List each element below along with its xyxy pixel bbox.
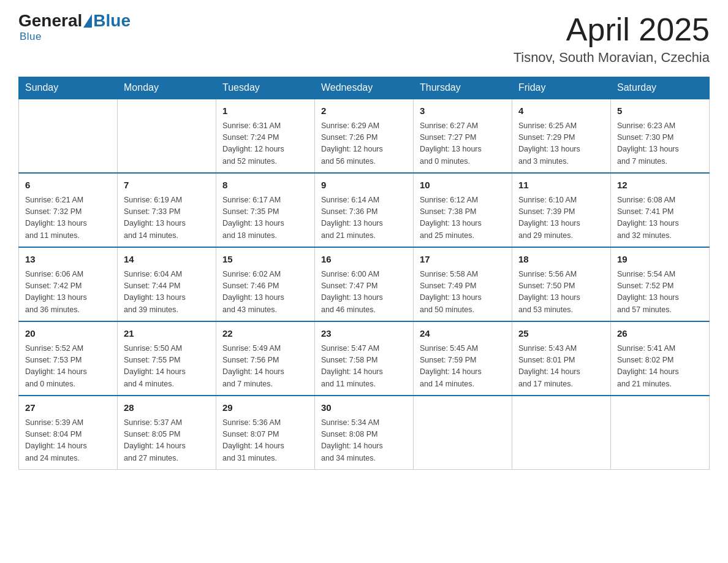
calendar-cell: 8Sunrise: 6:17 AMSunset: 7:35 PMDaylight… (216, 173, 315, 247)
day-info: Sunrise: 5:58 AMSunset: 7:49 PMDaylight:… (420, 269, 506, 316)
day-number: 4 (518, 104, 604, 118)
day-number: 10 (420, 178, 506, 193)
calendar-cell: 5Sunrise: 6:23 AMSunset: 7:30 PMDaylight… (611, 99, 710, 173)
day-number: 13 (25, 253, 111, 267)
day-info: Sunrise: 6:02 AMSunset: 7:46 PMDaylight:… (222, 269, 308, 316)
day-info: Sunrise: 5:47 AMSunset: 7:58 PMDaylight:… (321, 343, 407, 391)
day-number: 1 (222, 104, 308, 118)
day-number: 30 (321, 401, 407, 415)
calendar-cell: 20Sunrise: 5:52 AMSunset: 7:53 PMDayligh… (19, 321, 118, 396)
day-number: 17 (420, 253, 506, 267)
location-title: Tisnov, South Moravian, Czechia (514, 50, 710, 66)
logo-general-text: General (18, 12, 82, 29)
day-number: 19 (617, 253, 703, 267)
day-number: 24 (420, 327, 506, 341)
calendar-table: SundayMondayTuesdayWednesdayThursdayFrid… (18, 77, 710, 470)
calendar-cell: 30Sunrise: 5:34 AMSunset: 8:08 PMDayligh… (315, 396, 414, 470)
day-number: 20 (25, 327, 111, 341)
calendar-cell: 26Sunrise: 5:41 AMSunset: 8:02 PMDayligh… (611, 321, 710, 396)
week-row-1: 1Sunrise: 6:31 AMSunset: 7:24 PMDaylight… (19, 99, 710, 173)
weekday-header-wednesday: Wednesday (315, 77, 414, 99)
day-info: Sunrise: 6:23 AMSunset: 7:30 PMDaylight:… (617, 120, 703, 168)
calendar-cell: 14Sunrise: 6:04 AMSunset: 7:44 PMDayligh… (118, 247, 216, 321)
calendar-cell: 17Sunrise: 5:58 AMSunset: 7:49 PMDayligh… (414, 247, 512, 321)
calendar-cell: 7Sunrise: 6:19 AMSunset: 7:33 PMDaylight… (118, 173, 216, 247)
calendar-cell: 18Sunrise: 5:56 AMSunset: 7:50 PMDayligh… (512, 247, 611, 321)
day-info: Sunrise: 5:54 AMSunset: 7:52 PMDaylight:… (617, 269, 703, 316)
day-info: Sunrise: 6:04 AMSunset: 7:44 PMDaylight:… (124, 269, 210, 316)
weekday-header-monday: Monday (118, 77, 216, 99)
weekday-header-tuesday: Tuesday (216, 77, 315, 99)
day-number: 16 (321, 253, 407, 267)
calendar-cell (118, 99, 216, 173)
day-info: Sunrise: 5:37 AMSunset: 8:05 PMDaylight:… (124, 417, 210, 465)
week-row-2: 6Sunrise: 6:21 AMSunset: 7:32 PMDaylight… (19, 173, 710, 247)
day-info: Sunrise: 6:00 AMSunset: 7:47 PMDaylight:… (321, 269, 407, 316)
month-title: April 2025 (514, 12, 710, 47)
day-number: 23 (321, 327, 407, 341)
calendar-cell: 27Sunrise: 5:39 AMSunset: 8:04 PMDayligh… (19, 396, 118, 470)
day-number: 9 (321, 178, 407, 193)
calendar-cell: 4Sunrise: 6:25 AMSunset: 7:29 PMDaylight… (512, 99, 611, 173)
day-number: 3 (420, 104, 506, 118)
calendar-cell: 6Sunrise: 6:21 AMSunset: 7:32 PMDaylight… (19, 173, 118, 247)
title-area: April 2025 Tisnov, South Moravian, Czech… (514, 12, 710, 66)
weekday-header-friday: Friday (512, 77, 611, 99)
logo: General Blue Blue (18, 12, 131, 43)
day-info: Sunrise: 6:27 AMSunset: 7:27 PMDaylight:… (420, 120, 506, 168)
calendar-cell: 11Sunrise: 6:10 AMSunset: 7:39 PMDayligh… (512, 173, 611, 247)
day-info: Sunrise: 5:43 AMSunset: 8:01 PMDaylight:… (518, 343, 604, 391)
calendar-cell: 22Sunrise: 5:49 AMSunset: 7:56 PMDayligh… (216, 321, 315, 396)
calendar-cell: 10Sunrise: 6:12 AMSunset: 7:38 PMDayligh… (414, 173, 512, 247)
day-info: Sunrise: 5:50 AMSunset: 7:55 PMDaylight:… (124, 343, 210, 391)
day-number: 7 (124, 178, 210, 193)
day-info: Sunrise: 5:36 AMSunset: 8:07 PMDaylight:… (222, 417, 308, 465)
calendar-cell (414, 396, 512, 470)
day-number: 29 (222, 401, 308, 415)
calendar-cell: 9Sunrise: 6:14 AMSunset: 7:36 PMDaylight… (315, 173, 414, 247)
day-number: 14 (124, 253, 210, 267)
day-number: 15 (222, 253, 308, 267)
calendar-cell: 28Sunrise: 5:37 AMSunset: 8:05 PMDayligh… (118, 396, 216, 470)
weekday-header-thursday: Thursday (414, 77, 512, 99)
day-info: Sunrise: 6:12 AMSunset: 7:38 PMDaylight:… (420, 194, 506, 242)
logo-triangle-icon (83, 14, 92, 28)
day-info: Sunrise: 5:34 AMSunset: 8:08 PMDaylight:… (321, 417, 407, 465)
day-number: 5 (617, 104, 703, 118)
day-number: 27 (25, 401, 111, 415)
day-info: Sunrise: 5:49 AMSunset: 7:56 PMDaylight:… (222, 343, 308, 391)
weekday-header-sunday: Sunday (19, 77, 118, 99)
day-number: 8 (222, 178, 308, 193)
calendar-cell: 15Sunrise: 6:02 AMSunset: 7:46 PMDayligh… (216, 247, 315, 321)
day-number: 6 (25, 178, 111, 193)
calendar-cell (19, 99, 118, 173)
day-info: Sunrise: 6:17 AMSunset: 7:35 PMDaylight:… (222, 194, 308, 242)
day-number: 22 (222, 327, 308, 341)
day-info: Sunrise: 5:45 AMSunset: 7:59 PMDaylight:… (420, 343, 506, 391)
calendar-cell (512, 396, 611, 470)
day-info: Sunrise: 6:19 AMSunset: 7:33 PMDaylight:… (124, 194, 210, 242)
day-number: 26 (617, 327, 703, 341)
calendar-cell: 12Sunrise: 6:08 AMSunset: 7:41 PMDayligh… (611, 173, 710, 247)
calendar-cell: 13Sunrise: 6:06 AMSunset: 7:42 PMDayligh… (19, 247, 118, 321)
logo-blue-text: Blue (93, 12, 131, 29)
calendar-cell: 3Sunrise: 6:27 AMSunset: 7:27 PMDaylight… (414, 99, 512, 173)
day-info: Sunrise: 6:10 AMSunset: 7:39 PMDaylight:… (518, 194, 604, 242)
calendar-cell: 19Sunrise: 5:54 AMSunset: 7:52 PMDayligh… (611, 247, 710, 321)
day-number: 21 (124, 327, 210, 341)
day-info: Sunrise: 5:41 AMSunset: 8:02 PMDaylight:… (617, 343, 703, 391)
weekday-header-row: SundayMondayTuesdayWednesdayThursdayFrid… (19, 77, 710, 99)
day-number: 28 (124, 401, 210, 415)
calendar-cell: 29Sunrise: 5:36 AMSunset: 8:07 PMDayligh… (216, 396, 315, 470)
day-info: Sunrise: 6:31 AMSunset: 7:24 PMDaylight:… (222, 120, 308, 168)
header: General Blue Blue April 2025 Tisnov, Sou… (18, 12, 710, 66)
week-row-3: 13Sunrise: 6:06 AMSunset: 7:42 PMDayligh… (19, 247, 710, 321)
day-info: Sunrise: 5:39 AMSunset: 8:04 PMDaylight:… (25, 417, 111, 465)
calendar-cell: 23Sunrise: 5:47 AMSunset: 7:58 PMDayligh… (315, 321, 414, 396)
day-number: 12 (617, 178, 703, 193)
calendar-cell: 24Sunrise: 5:45 AMSunset: 7:59 PMDayligh… (414, 321, 512, 396)
day-info: Sunrise: 6:14 AMSunset: 7:36 PMDaylight:… (321, 194, 407, 242)
week-row-4: 20Sunrise: 5:52 AMSunset: 7:53 PMDayligh… (19, 321, 710, 396)
day-info: Sunrise: 5:56 AMSunset: 7:50 PMDaylight:… (518, 269, 604, 316)
day-info: Sunrise: 5:52 AMSunset: 7:53 PMDaylight:… (25, 343, 111, 391)
